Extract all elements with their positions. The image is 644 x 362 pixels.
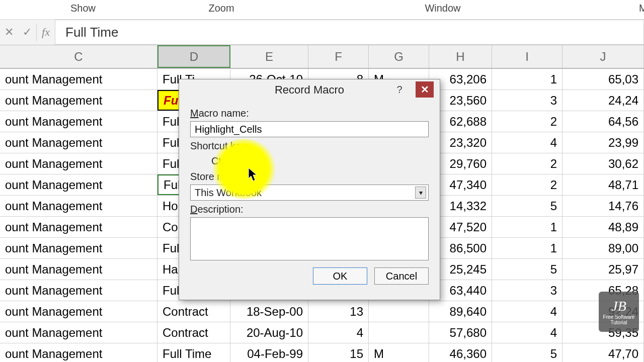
cell-e[interactable]: 20-Aug-10	[230, 322, 308, 343]
ribbon-group-window: Window	[277, 0, 609, 19]
ribbon-group-macros: Macros	[609, 0, 644, 19]
cell-i[interactable]: 5	[492, 259, 562, 280]
cell-i[interactable]: 2	[492, 111, 562, 132]
col-header-i[interactable]: I	[492, 45, 562, 68]
cell-c[interactable]: ount Management	[0, 153, 157, 174]
watermark-logo-text: JB	[611, 298, 626, 314]
cancel-button[interactable]: Cancel	[374, 267, 429, 285]
help-icon[interactable]: ?	[390, 81, 409, 98]
table-row: ount ManagementContract18-Sep-001389,640…	[0, 301, 644, 322]
col-header-e[interactable]: E	[230, 45, 308, 68]
table-row: ount ManagementFull Time04-Feb-9915M46,3…	[0, 343, 644, 362]
shortcut-key-label: Shortcut key:	[190, 140, 429, 152]
cell-c[interactable]: ount Management	[0, 111, 157, 132]
cell-i[interactable]: 4	[492, 132, 562, 153]
store-macro-in-select[interactable]: This Workbook ▾	[190, 185, 429, 201]
col-header-c[interactable]: C	[0, 45, 157, 68]
cell-i[interactable]: 3	[492, 90, 562, 111]
cell-i[interactable]: 5	[492, 196, 562, 216]
cell-i[interactable]: 1	[492, 238, 562, 258]
col-header-h[interactable]: H	[429, 45, 492, 68]
cell-j[interactable]: 47,70	[562, 343, 644, 362]
cell-c[interactable]: ount Management	[0, 322, 157, 343]
store-macro-in-label: Store macro in:	[190, 171, 429, 183]
cancel-icon[interactable]: ✕	[0, 20, 18, 45]
dialog-title: Record Macro	[275, 83, 344, 97]
dialog-titlebar[interactable]: Record Macro ? ✕	[179, 79, 440, 101]
cell-j[interactable]: 48,89	[562, 217, 644, 237]
cell-c[interactable]: ount Management	[0, 217, 157, 237]
cell-c[interactable]: ount Management	[0, 174, 157, 195]
cell-j[interactable]: 30,62	[562, 153, 644, 174]
cell-f[interactable]: 13	[308, 301, 369, 322]
cell-d[interactable]: Contract	[157, 322, 230, 343]
cell-g[interactable]	[369, 322, 429, 343]
cell-i[interactable]: 4	[492, 301, 562, 322]
formula-bar: ✕ ✓ fx Full Time	[0, 20, 644, 45]
cell-i[interactable]: 5	[492, 343, 562, 362]
col-header-d[interactable]: D	[157, 45, 230, 68]
ribbon-group-labels: Show Zoom Window Macros	[0, 0, 644, 20]
cell-c[interactable]: ount Management	[0, 343, 157, 362]
enter-icon[interactable]: ✓	[18, 20, 36, 45]
watermark-line1: Free Software	[603, 314, 635, 320]
cell-i[interactable]: 1	[492, 217, 562, 237]
cell-i[interactable]: 2	[492, 174, 562, 195]
chevron-down-icon[interactable]: ▾	[415, 187, 426, 199]
cell-i[interactable]: 4	[492, 322, 562, 343]
cell-c[interactable]: ount Management	[0, 132, 157, 153]
shortcut-key-input[interactable]	[236, 154, 250, 168]
macro-name-input[interactable]	[190, 121, 429, 137]
ribbon-group-show: Show	[0, 0, 166, 19]
cell-e[interactable]: 04-Feb-99	[230, 343, 308, 362]
cell-f[interactable]: 15	[308, 343, 369, 362]
fx-icon[interactable]: fx	[37, 20, 55, 45]
ok-button[interactable]: OK	[313, 267, 367, 285]
cell-h[interactable]: 46,360	[429, 343, 492, 362]
cell-h[interactable]: 57,680	[429, 322, 492, 343]
cell-e[interactable]: 18-Sep-00	[230, 301, 308, 322]
col-header-g[interactable]: G	[369, 45, 429, 68]
watermark-logo: JB Free Software Tutorial	[599, 292, 639, 332]
cell-c[interactable]: ount Management	[0, 196, 157, 216]
cell-d[interactable]: Full Time	[157, 343, 230, 362]
cell-f[interactable]: 4	[308, 322, 369, 343]
cell-i[interactable]: 3	[492, 280, 562, 301]
cell-i[interactable]: 2	[492, 153, 562, 174]
cell-g[interactable]	[369, 301, 429, 322]
cell-c[interactable]: ount Management	[0, 301, 157, 322]
shortcut-prefix: Ctrl+	[211, 155, 233, 167]
cell-j[interactable]: 24,24	[562, 90, 644, 111]
cell-c[interactable]: ount Management	[0, 90, 157, 111]
close-icon[interactable]: ✕	[416, 81, 434, 98]
cell-i[interactable]: 1	[492, 69, 562, 89]
cell-j[interactable]: 65,03	[562, 69, 644, 89]
column-headers: C D E F G H I J	[0, 45, 644, 69]
cell-j[interactable]: 64,56	[562, 111, 644, 132]
cell-j[interactable]: 89,00	[562, 238, 644, 258]
col-header-f[interactable]: F	[308, 45, 369, 68]
description-label: Description:	[190, 204, 429, 215]
table-row: ount ManagementContract20-Aug-10457,6804…	[0, 322, 644, 343]
description-textarea[interactable]	[190, 217, 429, 260]
cell-h[interactable]: 89,640	[429, 301, 492, 322]
cell-c[interactable]: ount Management	[0, 259, 157, 280]
store-macro-in-value: This Workbook	[195, 187, 262, 199]
cell-j[interactable]: 23,99	[562, 132, 644, 153]
cell-d[interactable]: Contract	[157, 301, 230, 322]
cell-c[interactable]: ount Management	[0, 69, 157, 89]
cell-j[interactable]: 48,71	[562, 174, 644, 195]
formula-value[interactable]: Full Time	[55, 20, 644, 45]
macro-name-label: Macro name:	[190, 108, 429, 119]
cell-g[interactable]: M	[369, 343, 429, 362]
cell-c[interactable]: ount Management	[0, 280, 157, 301]
watermark-line2: Tutorial	[611, 320, 627, 325]
ribbon-group-zoom: Zoom	[166, 0, 277, 19]
col-header-j[interactable]: J	[562, 45, 644, 68]
cell-j[interactable]: 25,97	[562, 259, 644, 280]
record-macro-dialog: Record Macro ? ✕ Macro name: Shortcut ke…	[179, 79, 440, 300]
cell-j[interactable]: 14,76	[562, 196, 644, 216]
cell-c[interactable]: ount Management	[0, 238, 157, 258]
